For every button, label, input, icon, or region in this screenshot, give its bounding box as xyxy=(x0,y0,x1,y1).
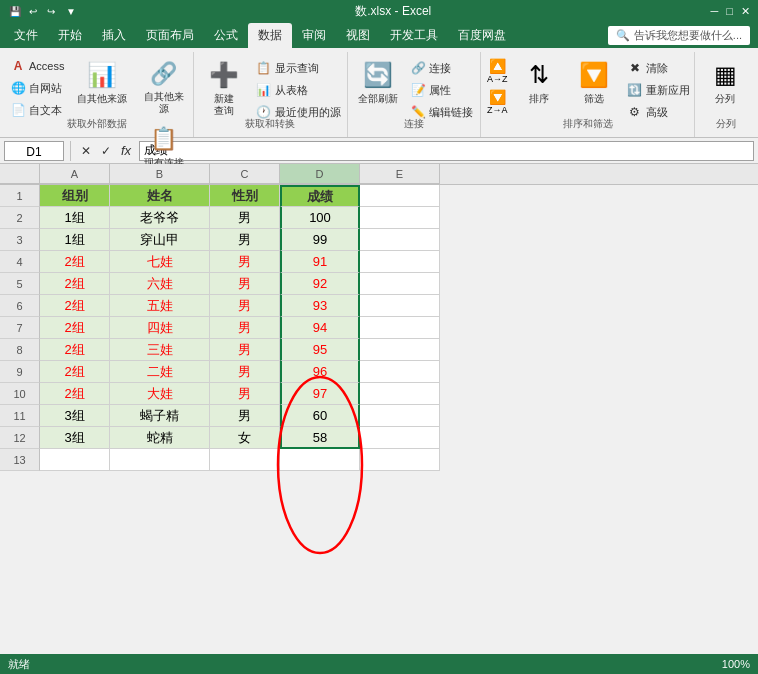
web-button[interactable]: 🌐 自网站 xyxy=(6,78,68,98)
cell-a11[interactable]: 3组 xyxy=(40,405,110,427)
properties-button[interactable]: 📝 属性 xyxy=(406,80,477,100)
cell-b6[interactable]: 五娃 xyxy=(110,295,210,317)
cell-a9[interactable]: 2组 xyxy=(40,361,110,383)
cell-c4[interactable]: 男 xyxy=(210,251,280,273)
cell-d6[interactable]: 93 xyxy=(280,295,360,317)
cell-e10[interactable] xyxy=(360,383,440,405)
cell-d12[interactable]: 58 xyxy=(280,427,360,449)
from-table-button[interactable]: 📊 从表格 xyxy=(252,80,345,100)
access-button[interactable]: A Access xyxy=(6,56,68,76)
customize-icon[interactable]: ▼ xyxy=(66,6,76,17)
redo-icon[interactable]: ↪ xyxy=(44,4,58,18)
cell-a4[interactable]: 2组 xyxy=(40,251,110,273)
cell-e2[interactable] xyxy=(360,207,440,229)
zoom-level[interactable]: 100% xyxy=(722,658,750,670)
tab-home[interactable]: 开始 xyxy=(48,23,92,48)
cell-a13[interactable] xyxy=(40,449,110,471)
cell-b13[interactable] xyxy=(110,449,210,471)
cell-b4[interactable]: 七娃 xyxy=(110,251,210,273)
tab-data[interactable]: 数据 xyxy=(248,23,292,48)
cell-c6[interactable]: 男 xyxy=(210,295,280,317)
cell-b1[interactable]: 姓名 xyxy=(110,185,210,207)
cell-c10[interactable]: 男 xyxy=(210,383,280,405)
cell-d1[interactable]: 成绩 xyxy=(280,185,360,207)
cell-b9[interactable]: 二娃 xyxy=(110,361,210,383)
tab-formulas[interactable]: 公式 xyxy=(204,23,248,48)
cell-c3[interactable]: 男 xyxy=(210,229,280,251)
other-sources-button[interactable]: 📊 自其他来源 xyxy=(72,56,132,118)
cell-c8[interactable]: 男 xyxy=(210,339,280,361)
tab-page-layout[interactable]: 页面布局 xyxy=(136,23,204,48)
tab-file[interactable]: 文件 xyxy=(4,23,48,48)
clear-button[interactable]: ✖ 清除 xyxy=(623,58,694,78)
cell-c9[interactable]: 男 xyxy=(210,361,280,383)
cell-d3[interactable]: 99 xyxy=(280,229,360,251)
cell-a6[interactable]: 2组 xyxy=(40,295,110,317)
cell-a1[interactable]: 组别 xyxy=(40,185,110,207)
cell-d5[interactable]: 92 xyxy=(280,273,360,295)
tab-baidu[interactable]: 百度网盘 xyxy=(448,23,516,48)
cell-b11[interactable]: 蝎子精 xyxy=(110,405,210,427)
reapply-button[interactable]: 🔃 重新应用 xyxy=(623,80,694,100)
connections-button[interactable]: 🔗 连接 xyxy=(406,58,477,78)
col-header-e[interactable]: E xyxy=(360,164,440,184)
cell-c2[interactable]: 男 xyxy=(210,207,280,229)
new-query-button[interactable]: ➕ 新建查询 xyxy=(198,56,250,120)
cell-e1[interactable] xyxy=(360,185,440,207)
cell-e11[interactable] xyxy=(360,405,440,427)
col-header-c[interactable]: C xyxy=(210,164,280,184)
cell-d9[interactable]: 96 xyxy=(280,361,360,383)
cell-c11[interactable]: 男 xyxy=(210,405,280,427)
cell-c7[interactable]: 男 xyxy=(210,317,280,339)
tab-review[interactable]: 审阅 xyxy=(292,23,336,48)
cell-a3[interactable]: 1组 xyxy=(40,229,110,251)
cell-e12[interactable] xyxy=(360,427,440,449)
close-icon[interactable]: ✕ xyxy=(741,5,750,18)
cell-e7[interactable] xyxy=(360,317,440,339)
cell-e3[interactable] xyxy=(360,229,440,251)
cell-b3[interactable]: 穿山甲 xyxy=(110,229,210,251)
sort-button[interactable]: ⇅ 排序 xyxy=(513,56,565,120)
cell-e9[interactable] xyxy=(360,361,440,383)
refresh-all-button[interactable]: 🔄 全部刷新 xyxy=(352,56,404,120)
cell-e5[interactable] xyxy=(360,273,440,295)
cell-d11[interactable]: 60 xyxy=(280,405,360,427)
tab-view[interactable]: 视图 xyxy=(336,23,380,48)
cell-e6[interactable] xyxy=(360,295,440,317)
cell-c1[interactable]: 性别 xyxy=(210,185,280,207)
cell-a12[interactable]: 3组 xyxy=(40,427,110,449)
cell-d4[interactable]: 91 xyxy=(280,251,360,273)
cell-d7[interactable]: 94 xyxy=(280,317,360,339)
maximize-icon[interactable]: □ xyxy=(726,5,733,18)
cell-e13[interactable] xyxy=(360,449,440,471)
formula-input[interactable] xyxy=(139,141,754,161)
cell-a10[interactable]: 2组 xyxy=(40,383,110,405)
sort-az-button[interactable]: 🔼 A→Z xyxy=(485,56,510,86)
cell-d2[interactable]: 100 xyxy=(280,207,360,229)
col-header-d[interactable]: D xyxy=(280,164,360,184)
minimize-icon[interactable]: ─ xyxy=(711,5,719,18)
cell-b5[interactable]: 六娃 xyxy=(110,273,210,295)
cell-d8[interactable]: 95 xyxy=(280,339,360,361)
tab-insert[interactable]: 插入 xyxy=(92,23,136,48)
cell-b2[interactable]: 老爷爷 xyxy=(110,207,210,229)
cell-a2[interactable]: 1组 xyxy=(40,207,110,229)
undo-icon[interactable]: ↩ xyxy=(26,4,40,18)
help-search[interactable]: 🔍 告诉我您想要做什么... xyxy=(608,26,750,45)
save-icon[interactable]: 💾 xyxy=(8,4,22,18)
cell-a7[interactable]: 2组 xyxy=(40,317,110,339)
cell-c13[interactable] xyxy=(210,449,280,471)
cell-d10[interactable]: 97 xyxy=(280,383,360,405)
col-header-a[interactable]: A xyxy=(40,164,110,184)
cell-b7[interactable]: 四娃 xyxy=(110,317,210,339)
cell-e4[interactable] xyxy=(360,251,440,273)
other-button[interactable]: 🔗 自其他来源 xyxy=(136,56,191,118)
sort-za-button[interactable]: 🔽 Z→A xyxy=(485,87,510,117)
cell-b10[interactable]: 大娃 xyxy=(110,383,210,405)
cell-a8[interactable]: 2组 xyxy=(40,339,110,361)
cell-e8[interactable] xyxy=(360,339,440,361)
cell-d13[interactable] xyxy=(280,449,360,471)
cell-b12[interactable]: 蛇精 xyxy=(110,427,210,449)
cell-b8[interactable]: 三娃 xyxy=(110,339,210,361)
col-header-b[interactable]: B xyxy=(110,164,210,184)
